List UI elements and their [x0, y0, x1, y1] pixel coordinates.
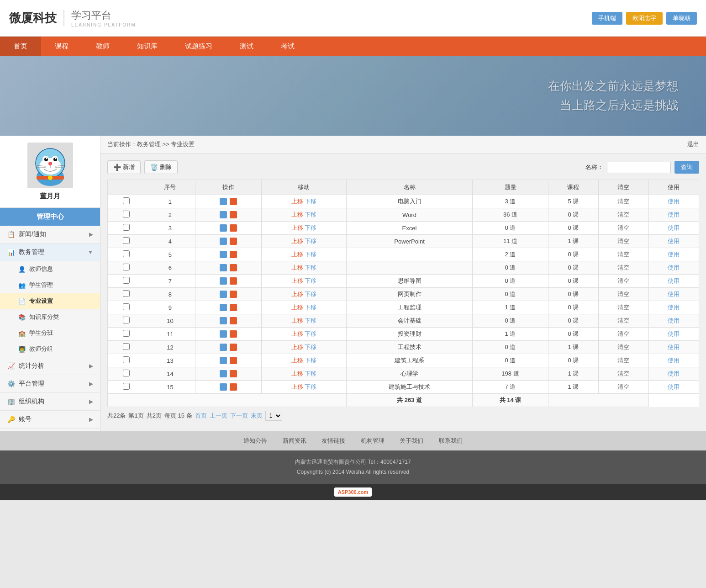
row-checkbox[interactable]	[123, 250, 130, 257]
delete-icon[interactable]	[230, 224, 237, 232]
move-down-link[interactable]: 下移	[305, 264, 316, 271]
clear-link[interactable]: 清空	[617, 224, 629, 231]
footer-link-friend[interactable]: 友情链接	[321, 437, 345, 444]
delete-icon[interactable]	[230, 211, 237, 218]
row-checkbox[interactable]	[123, 356, 130, 363]
row-checkbox[interactable]	[123, 343, 130, 350]
move-up-link[interactable]: 上移	[291, 383, 303, 390]
page-last[interactable]: 末页	[251, 412, 263, 420]
delete-icon[interactable]	[230, 277, 237, 285]
sidebar-item-stats[interactable]: 📈 统计分析 ▶	[0, 357, 100, 375]
sidebar-item-account[interactable]: 🔑 账号 ▶	[0, 411, 100, 429]
footer-link-org[interactable]: 机构管理	[361, 437, 385, 444]
sidebar-item-edu[interactable]: 📊 教务管理 ▼	[0, 244, 100, 261]
move-up-link[interactable]: 上移	[291, 357, 303, 364]
edit-icon[interactable]	[220, 238, 227, 245]
page-next[interactable]: 下一页	[230, 412, 248, 420]
move-down-link[interactable]: 下移	[305, 383, 316, 390]
nav-test[interactable]: 测试	[226, 37, 267, 56]
delete-icon[interactable]	[230, 383, 237, 391]
use-link[interactable]: 使用	[668, 370, 680, 377]
row-checkbox[interactable]	[123, 303, 130, 310]
edit-icon[interactable]	[220, 344, 227, 351]
nav-knowledge[interactable]: 知识库	[123, 37, 171, 56]
row-checkbox[interactable]	[123, 330, 130, 337]
use-link[interactable]: 使用	[668, 251, 680, 258]
move-down-link[interactable]: 下移	[305, 370, 316, 377]
sidebar-item-knowledge-class[interactable]: 📚 知识库分类	[0, 309, 100, 325]
query-button[interactable]: 查询	[674, 161, 699, 174]
footer-link-contact[interactable]: 联系我们	[439, 437, 463, 444]
clear-link[interactable]: 清空	[617, 330, 629, 337]
move-down-link[interactable]: 下移	[305, 277, 316, 284]
row-checkbox[interactable]	[123, 383, 130, 390]
delete-icon[interactable]	[230, 317, 237, 324]
move-down-link[interactable]: 下移	[305, 357, 316, 364]
use-link[interactable]: 使用	[668, 344, 680, 350]
clear-link[interactable]: 清空	[617, 291, 629, 297]
clear-link[interactable]: 清空	[617, 317, 629, 324]
clear-link[interactable]: 清空	[617, 198, 629, 205]
move-up-link[interactable]: 上移	[291, 264, 303, 271]
sidebar-item-platform[interactable]: ⚙️ 平台管理 ▶	[0, 375, 100, 393]
nav-practice[interactable]: 试题练习	[171, 37, 226, 56]
delete-icon[interactable]	[230, 344, 237, 351]
move-up-link[interactable]: 上移	[291, 277, 303, 284]
move-up-link[interactable]: 上移	[291, 330, 303, 337]
move-up-link[interactable]: 上移	[291, 370, 303, 377]
move-down-link[interactable]: 下移	[305, 198, 316, 205]
row-checkbox[interactable]	[123, 277, 130, 284]
clear-link[interactable]: 清空	[617, 211, 629, 218]
move-up-link[interactable]: 上移	[291, 211, 303, 218]
add-button[interactable]: ➕ 新增	[107, 160, 141, 174]
move-down-link[interactable]: 下移	[305, 238, 316, 244]
use-link[interactable]: 使用	[668, 198, 680, 205]
clear-link[interactable]: 清空	[617, 277, 629, 284]
move-up-link[interactable]: 上移	[291, 344, 303, 350]
edit-icon[interactable]	[220, 330, 227, 338]
use-link[interactable]: 使用	[668, 291, 680, 297]
move-up-link[interactable]: 上移	[291, 238, 303, 244]
move-up-link[interactable]: 上移	[291, 251, 303, 258]
row-checkbox[interactable]	[123, 317, 130, 323]
edit-icon[interactable]	[220, 198, 227, 205]
user1-button[interactable]: 欧阳志字	[626, 12, 663, 25]
user2-button[interactable]: 单晓朝	[666, 12, 697, 25]
page-select[interactable]: 12	[265, 411, 282, 421]
delete-icon[interactable]	[230, 238, 237, 245]
edit-icon[interactable]	[220, 264, 227, 271]
footer-link-notice[interactable]: 通知公告	[243, 437, 267, 444]
sidebar-item-student-group[interactable]: 🏫 学生分班	[0, 325, 100, 341]
move-down-link[interactable]: 下移	[305, 317, 316, 324]
sidebar-item-major-setting[interactable]: 📄 专业设置	[0, 293, 100, 309]
sidebar-item-student-mgmt[interactable]: 👥 学生管理	[0, 277, 100, 293]
delete-icon[interactable]	[230, 291, 237, 298]
sidebar-item-org[interactable]: 🏢 组织机构 ▶	[0, 393, 100, 411]
row-checkbox[interactable]	[123, 197, 130, 204]
use-link[interactable]: 使用	[668, 224, 680, 231]
move-down-link[interactable]: 下移	[305, 211, 316, 218]
use-link[interactable]: 使用	[668, 238, 680, 244]
use-link[interactable]: 使用	[668, 317, 680, 324]
use-link[interactable]: 使用	[668, 357, 680, 364]
delete-icon[interactable]	[230, 370, 237, 377]
use-link[interactable]: 使用	[668, 383, 680, 390]
move-down-link[interactable]: 下移	[305, 251, 316, 258]
row-checkbox[interactable]	[123, 290, 130, 297]
sidebar-item-teacher-info[interactable]: 👤 教师信息	[0, 261, 100, 277]
edit-icon[interactable]	[220, 211, 227, 218]
clear-link[interactable]: 清空	[617, 304, 629, 311]
clear-link[interactable]: 清空	[617, 238, 629, 244]
nav-teachers[interactable]: 教师	[82, 37, 123, 56]
edit-icon[interactable]	[220, 224, 227, 232]
clear-link[interactable]: 清空	[617, 370, 629, 377]
move-down-link[interactable]: 下移	[305, 344, 316, 350]
footer-link-news[interactable]: 新闻资讯	[283, 437, 306, 444]
clear-link[interactable]: 清空	[617, 357, 629, 364]
move-up-link[interactable]: 上移	[291, 317, 303, 324]
delete-icon[interactable]	[230, 264, 237, 271]
edit-icon[interactable]	[220, 291, 227, 298]
search-input[interactable]	[607, 162, 671, 173]
move-up-link[interactable]: 上移	[291, 291, 303, 297]
sidebar-item-news[interactable]: 📋 新闻/通知 ▶	[0, 226, 100, 244]
